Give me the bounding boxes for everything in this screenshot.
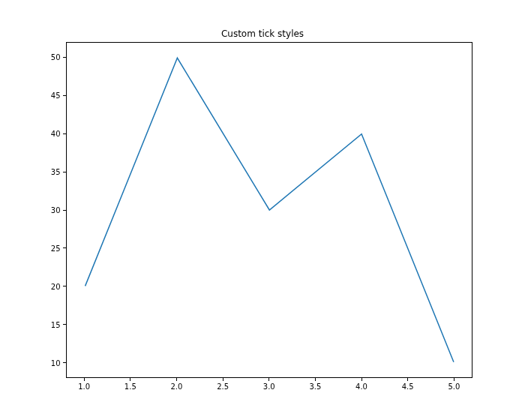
y-tick-mark xyxy=(63,362,66,363)
x-tick-label: 1.5 xyxy=(124,382,136,391)
y-tick-label: 35 xyxy=(51,168,61,176)
y-tick-label: 30 xyxy=(51,206,61,214)
x-tick-mark xyxy=(454,378,454,381)
y-tick-label: 15 xyxy=(51,320,61,328)
y-tick-mark xyxy=(63,172,66,172)
y-tick-label: 40 xyxy=(51,130,61,138)
x-tick-mark xyxy=(315,378,316,381)
y-tick-label: 45 xyxy=(51,92,61,100)
y-tick-mark xyxy=(63,248,66,248)
x-tick-mark xyxy=(84,378,85,381)
y-tick-mark xyxy=(63,286,66,286)
x-tick-label: 2.5 xyxy=(217,382,229,391)
x-tick-label: 1.0 xyxy=(78,382,90,391)
y-tick-mark xyxy=(63,57,66,58)
x-tick-mark xyxy=(176,378,177,381)
y-tick-mark xyxy=(63,210,66,211)
x-tick-mark xyxy=(407,378,408,381)
y-tick-mark xyxy=(63,324,66,325)
y-tick-label: 50 xyxy=(51,53,61,62)
plot-axes xyxy=(66,42,473,378)
y-tick-label: 20 xyxy=(51,282,61,290)
data-line xyxy=(85,58,453,362)
y-tick-label: 10 xyxy=(51,358,61,367)
x-tick-label: 4.5 xyxy=(402,382,414,391)
chart-title: Custom tick styles xyxy=(0,28,525,39)
y-tick-mark xyxy=(63,134,66,134)
x-tick-label: 4.0 xyxy=(356,382,368,391)
x-tick-mark xyxy=(223,378,224,381)
x-tick-label: 3.5 xyxy=(309,382,321,391)
line-plot xyxy=(67,43,472,377)
y-tick-mark xyxy=(63,95,66,96)
x-tick-mark xyxy=(362,378,362,381)
x-tick-label: 5.0 xyxy=(448,382,460,391)
y-tick-label: 25 xyxy=(51,244,61,252)
x-tick-mark xyxy=(130,378,130,381)
x-tick-label: 2.0 xyxy=(171,382,183,391)
figure: Custom tick styles 1.01.52.02.53.03.54.0… xyxy=(0,0,525,420)
x-tick-label: 3.0 xyxy=(263,382,275,391)
x-tick-mark xyxy=(268,378,269,381)
